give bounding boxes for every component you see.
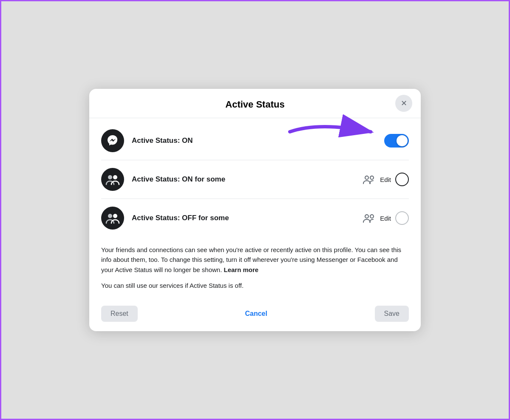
off-for-some-controls: Edit — [363, 211, 409, 225]
active-status-on-for-some-row: Active Status: ON for some Edit — [101, 160, 409, 199]
save-button[interactable]: Save — [375, 306, 409, 322]
cancel-button[interactable]: Cancel — [245, 310, 267, 318]
on-for-some-radio[interactable] — [395, 173, 409, 186]
off-for-some-icon-circle — [101, 207, 124, 230]
close-icon: ✕ — [401, 99, 407, 108]
svg-point-1 — [108, 175, 112, 179]
active-status-off-for-some-label: Active Status: OFF for some — [132, 214, 363, 222]
svg-point-7 — [365, 215, 368, 218]
active-status-on-label: Active Status: ON — [132, 136, 384, 145]
svg-point-8 — [370, 215, 374, 218]
dialog-footer: Reset Cancel Save — [89, 299, 421, 331]
svg-point-4 — [370, 176, 374, 179]
messenger-icon-circle — [101, 129, 124, 152]
people-edit-icon-off — [363, 213, 376, 223]
reset-button[interactable]: Reset — [101, 306, 138, 322]
edit-label-off-some[interactable]: Edit — [380, 215, 391, 222]
close-button[interactable]: ✕ — [395, 95, 412, 112]
edit-label-on-some[interactable]: Edit — [380, 176, 391, 183]
svg-point-3 — [365, 176, 368, 179]
active-status-on-for-some-label: Active Status: ON for some — [132, 175, 363, 184]
active-status-dialog: Active Status ✕ Active Status: ON — [89, 89, 421, 331]
people-edit-icon-on — [363, 174, 376, 184]
on-for-some-controls: Edit — [363, 173, 409, 186]
dialog-body: Active Status: ON — [89, 118, 421, 299]
active-status-off-for-some-row: Active Status: OFF for some Edit — [101, 199, 409, 237]
dialog-title: Active Status — [225, 99, 284, 110]
svg-point-2 — [113, 175, 117, 179]
description-text: Your friends and connections can see whe… — [101, 237, 409, 279]
learn-more-link[interactable]: Learn more — [224, 266, 259, 273]
page-wrapper: Active Status ✕ Active Status: ON — [0, 0, 510, 420]
active-status-on-row: Active Status: ON — [101, 122, 409, 160]
svg-point-5 — [108, 214, 112, 218]
active-status-toggle[interactable] — [384, 134, 409, 148]
on-for-some-icon-circle — [101, 168, 124, 191]
off-for-some-radio[interactable] — [395, 211, 409, 225]
people-icon-off-some — [105, 212, 120, 224]
people-icon-on-some — [105, 173, 120, 185]
dialog-header: Active Status ✕ — [89, 89, 421, 118]
note-text: You can still use our services if Active… — [101, 279, 409, 299]
active-status-controls — [384, 134, 409, 148]
svg-point-6 — [113, 214, 117, 218]
messenger-icon — [106, 134, 119, 147]
